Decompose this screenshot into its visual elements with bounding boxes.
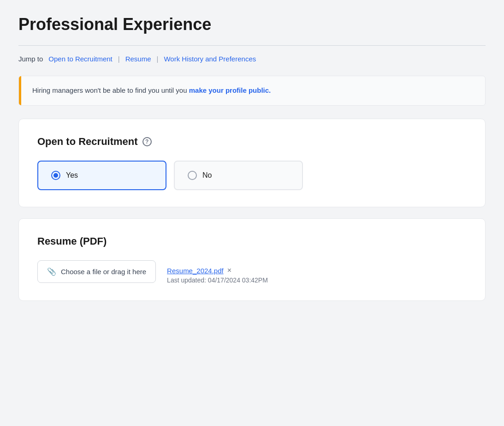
help-icon[interactable]: ? [142,137,152,146]
no-radio-label: No [202,171,212,180]
file-info: Resume_2024.pdf × Last updated: 04/17/20… [167,260,268,284]
page-title: Professional Experience [18,15,486,34]
file-remove-button[interactable]: × [227,267,231,274]
alert-content: Hiring managers won't be able to find yo… [21,76,282,105]
link-separator-1: | [118,55,120,63]
no-radio-circle [188,171,197,180]
paperclip-icon: 📎 [47,267,56,276]
yes-radio-option[interactable]: Yes [37,161,166,190]
open-to-recruitment-title: Open to Recruitment ? [37,136,467,148]
jump-to-bar: Jump to Open to Recruitment | Resume | W… [18,55,486,63]
jump-to-resume-link[interactable]: Resume [125,55,151,63]
yes-radio-label: Yes [66,171,78,180]
recruitment-radio-group: Yes No [37,161,467,190]
file-name-link[interactable]: Resume_2024.pdf [167,267,224,275]
resume-section-title: Resume (PDF) [37,235,467,247]
alert-banner: Hiring managers won't be able to find yo… [18,76,486,106]
resume-card: Resume (PDF) 📎 Choose a file or drag it … [18,218,486,301]
link-separator-2: | [157,55,159,63]
file-last-updated: Last updated: 04/17/2024 03:42PM [167,276,268,284]
resume-title-text: Resume (PDF) [37,235,107,247]
jump-to-label: Jump to [18,55,43,63]
file-upload-button[interactable]: 📎 Choose a file or drag it here [37,260,156,283]
section-divider [18,45,486,46]
yes-radio-dot [53,173,58,178]
make-profile-public-link[interactable]: make your profile public. [189,86,271,94]
yes-radio-circle [51,171,60,180]
alert-text: Hiring managers won't be able to find yo… [32,86,189,94]
file-upload-label: Choose a file or drag it here [61,268,146,276]
file-name-row: Resume_2024.pdf × [167,267,268,275]
no-radio-option[interactable]: No [174,161,303,190]
jump-to-open-recruitment-link[interactable]: Open to Recruitment [48,55,112,63]
open-to-recruitment-card: Open to Recruitment ? Yes No [18,119,486,207]
file-upload-area: 📎 Choose a file or drag it here Resume_2… [37,260,467,284]
open-to-recruitment-title-text: Open to Recruitment [37,136,138,148]
jump-to-work-history-link[interactable]: Work History and Preferences [164,55,256,63]
